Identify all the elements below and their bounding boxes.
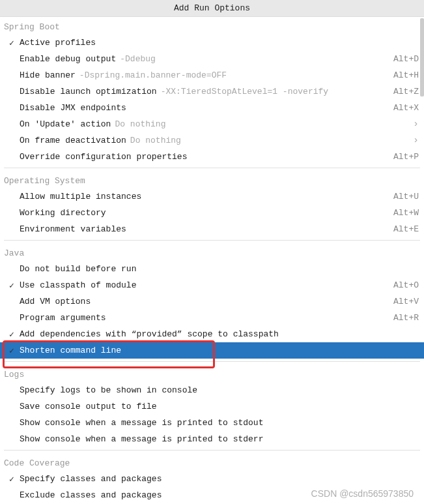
divider <box>4 168 420 168</box>
label-text: Show console when a message is printed t… <box>20 418 263 428</box>
option-add-vm-options[interactable]: Add VM optionsAlt+V <box>0 293 424 310</box>
option-override-config-properties[interactable]: Override configuration propertiesAlt+P <box>0 149 424 165</box>
option-do-not-build-before-run[interactable]: Do not build before run <box>0 261 424 277</box>
scrollbar[interactable] <box>420 18 424 96</box>
option-label: Program arguments <box>20 313 388 323</box>
hint-text: -XX:TieredStopAtLevel=1 -noverify <box>161 87 328 96</box>
option-label: Disable launch optimization-XX:TieredSto… <box>20 87 388 96</box>
checkmark-icon: ✓ <box>4 346 20 356</box>
label-text: Enable debug output <box>20 54 116 64</box>
section-header-code-coverage: Code Coverage <box>0 453 424 471</box>
option-on-update-action[interactable]: On 'Update' actionDo nothing› <box>0 116 424 132</box>
hint-text: Do nothing <box>130 136 181 145</box>
hint-text: -Dspring.main.banner-mode=OFF <box>79 70 227 80</box>
label-text: On frame deactivation <box>20 136 126 145</box>
option-label: Specify logs to be shown in console <box>20 385 419 395</box>
option-label: Disable JMX endpoints <box>20 103 388 113</box>
option-specify-logs[interactable]: Specify logs to be shown in console <box>0 382 424 398</box>
checkmark-icon: ✓ <box>4 329 20 340</box>
label-text: Override configuration properties <box>20 152 187 162</box>
option-label: Exclude classes and packages <box>20 490 419 500</box>
options-panel: Spring Boot✓Active profilesEnable debug … <box>0 17 424 503</box>
option-disable-launch-optimization[interactable]: Disable launch optimization-XX:TieredSto… <box>0 83 424 100</box>
label-text: Add dependencies with “provided” scope t… <box>20 329 279 339</box>
checkmark-icon: ✓ <box>4 280 20 291</box>
divider <box>4 361 420 362</box>
option-active-profiles[interactable]: ✓Active profiles <box>0 35 424 51</box>
checkmark-icon: ✓ <box>4 38 20 48</box>
label-text: Exclude classes and packages <box>20 490 162 500</box>
label-text: Save console output to file <box>20 402 157 411</box>
option-add-dependencies-provided[interactable]: ✓Add dependencies with “provided” scope … <box>0 326 424 342</box>
shortcut: Alt+V <box>393 297 419 306</box>
label-text: Disable JMX endpoints <box>20 103 126 113</box>
label-text: Allow multiple instances <box>20 192 141 201</box>
option-use-classpath-of-module[interactable]: ✓Use classpath of moduleAlt+O <box>0 277 424 293</box>
option-label: Active profiles <box>20 38 419 48</box>
label-text: Working directory <box>20 208 106 218</box>
label-text: Environment variables <box>20 224 126 234</box>
option-label: Specify classes and packages <box>20 474 419 484</box>
chevron-right-icon: › <box>413 119 419 129</box>
option-label: Save console output to file <box>20 402 419 411</box>
option-working-directory[interactable]: Working directoryAlt+W <box>0 205 424 221</box>
shortcut: Alt+U <box>393 192 419 201</box>
label-text: Active profiles <box>20 38 96 48</box>
option-label: Show console when a message is printed t… <box>20 434 419 444</box>
option-label: Allow multiple instances <box>20 192 388 201</box>
label-text: Hide banner <box>20 70 76 80</box>
label-text: Show console when a message is printed t… <box>20 434 263 444</box>
section-header-java: Java <box>0 243 424 261</box>
option-label: On 'Update' actionDo nothing <box>20 119 408 129</box>
option-label: Working directory <box>20 208 388 218</box>
hint-text: Do nothing <box>115 119 165 129</box>
option-label: Shorten command line <box>20 346 419 355</box>
chevron-right-icon: › <box>413 136 419 145</box>
hint-text: -Ddebug <box>120 54 156 64</box>
option-label: Do not build before run <box>20 264 419 274</box>
option-enable-debug-output[interactable]: Enable debug output-DdebugAlt+D <box>0 51 424 67</box>
label-text: Specify logs to be shown in console <box>20 385 197 395</box>
shortcut: Alt+E <box>393 224 419 234</box>
label-text: Program arguments <box>20 313 106 323</box>
shortcut: Alt+R <box>393 313 419 323</box>
option-label: On frame deactivationDo nothing <box>20 136 408 145</box>
option-shorten-command-line[interactable]: ✓Shorten command line <box>0 342 424 359</box>
option-console-msg-stderr[interactable]: Show console when a message is printed t… <box>0 431 424 447</box>
shortcut: Alt+D <box>393 54 419 64</box>
option-specify-classes-packages[interactable]: ✓Specify classes and packages <box>0 471 424 487</box>
label-text: On 'Update' action <box>20 119 111 129</box>
shortcut: Alt+O <box>393 280 419 290</box>
label-text: Shorten command line <box>20 346 121 355</box>
shortcut: Alt+P <box>393 152 419 162</box>
option-label: Add VM options <box>20 297 388 306</box>
option-label: Enable debug output-Ddebug <box>20 54 388 64</box>
option-allow-multiple-instances[interactable]: Allow multiple instancesAlt+U <box>0 188 424 205</box>
section-header-spring-boot: Spring Boot <box>0 17 424 35</box>
checkmark-icon: ✓ <box>4 474 20 484</box>
option-label: Environment variables <box>20 224 388 234</box>
label-text: Do not build before run <box>20 264 136 274</box>
label-text: Use classpath of module <box>20 280 136 290</box>
page-title: Add Run Options <box>0 0 424 17</box>
option-disable-jmx-endpoints[interactable]: Disable JMX endpointsAlt+X <box>0 100 424 116</box>
section-header-operating-system: Operating System <box>0 171 424 188</box>
option-hide-banner[interactable]: Hide banner-Dspring.main.banner-mode=OFF… <box>0 67 424 83</box>
shortcut: Alt+X <box>393 103 419 113</box>
option-environment-variables[interactable]: Environment variablesAlt+E <box>0 221 424 237</box>
option-label: Use classpath of module <box>20 280 388 290</box>
shortcut: Alt+H <box>393 70 419 80</box>
option-exclude-classes-packages[interactable]: Exclude classes and packages <box>0 487 424 503</box>
divider <box>4 450 420 451</box>
label-text: Specify classes and packages <box>20 474 162 484</box>
option-label: Hide banner-Dspring.main.banner-mode=OFF <box>20 70 388 80</box>
shortcut: Alt+W <box>393 208 419 218</box>
shortcut: Alt+Z <box>393 87 419 96</box>
option-label: Override configuration properties <box>20 152 388 162</box>
option-save-console-output[interactable]: Save console output to file <box>0 398 424 415</box>
option-on-frame-deactivation[interactable]: On frame deactivationDo nothing› <box>0 132 424 149</box>
option-program-arguments[interactable]: Program argumentsAlt+R <box>0 310 424 326</box>
option-console-msg-stdout[interactable]: Show console when a message is printed t… <box>0 415 424 431</box>
option-label: Show console when a message is printed t… <box>20 418 419 428</box>
label-text: Disable launch optimization <box>20 87 157 96</box>
